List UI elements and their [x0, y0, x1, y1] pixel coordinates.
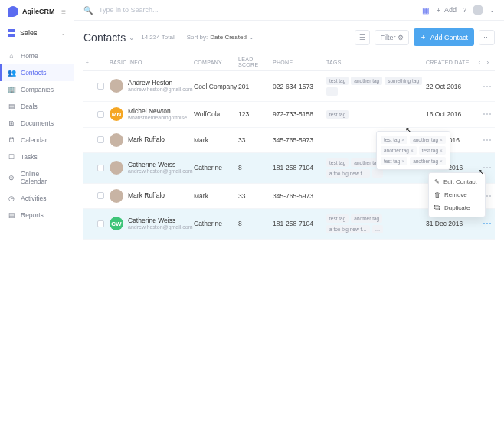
sidebar-item-documents[interactable]: 🗎Documents — [0, 115, 74, 132]
row-checkbox[interactable] — [97, 165, 104, 171]
nav-label: Tasks — [21, 153, 38, 161]
tag-chip-removable[interactable]: another tag × — [410, 157, 446, 165]
col-phone[interactable]: PHONE — [273, 60, 326, 65]
ctx-edit[interactable]: ✎Edit Contact — [429, 175, 485, 188]
row-actions-button[interactable]: ⋯ — [483, 81, 492, 92]
cell-date: 16 Oct 2016 — [426, 110, 476, 118]
col-company[interactable]: COMPANY — [194, 60, 238, 65]
sidebar-item-calendar[interactable]: 🗓Calendar — [0, 132, 74, 149]
cell-lead: 8 — [238, 164, 273, 171]
sidebar-item-home[interactable]: ⌂Home — [0, 47, 74, 64]
tag-chip-removable[interactable]: test tag × — [419, 146, 446, 155]
tag-chip[interactable]: test tag — [326, 214, 349, 223]
nav: ⌂Home👥Contacts🏢Companies▤Deals🗎Documents… — [0, 47, 74, 224]
avatar: CW — [110, 217, 123, 230]
contact-name[interactable]: Michel Newton — [128, 107, 194, 115]
cell-tags: test tag — [326, 110, 426, 119]
remove-tag-icon[interactable]: × — [440, 158, 443, 164]
tag-chip[interactable]: another tag — [351, 214, 382, 223]
remove-tag-icon[interactable]: × — [440, 148, 443, 153]
tag-chip-removable[interactable]: another tag × — [381, 146, 417, 155]
tag-chip[interactable]: another tag — [351, 77, 382, 85]
col-tags[interactable]: TAGS — [326, 60, 426, 65]
filter-button[interactable]: Filter ⚙ — [375, 30, 409, 45]
help-icon[interactable]: ? — [463, 6, 466, 14]
row-actions-button[interactable]: ⋯ — [483, 135, 492, 145]
sidebar-item-activities[interactable]: ◷Activities — [0, 190, 74, 207]
tag-chip[interactable]: test tag — [326, 158, 349, 167]
add-contact-button[interactable]: ＋ Add Contact — [414, 28, 474, 46]
row-actions-button[interactable]: ⋯ — [483, 162, 492, 173]
ctx-duplicate[interactable]: ⿻Duplicate — [429, 201, 485, 214]
tag-chip[interactable]: something tag — [385, 77, 422, 85]
col-basic[interactable]: BASIC INFO — [110, 60, 194, 65]
page-title[interactable]: Contacts ⌄ — [83, 31, 135, 44]
search-icon: 🔍 — [83, 6, 93, 15]
ctx-remove[interactable]: 🗑Remove — [429, 188, 485, 201]
row-checkbox[interactable] — [97, 220, 104, 227]
user-avatar[interactable] — [473, 5, 483, 15]
nav-label: Activities — [21, 194, 47, 202]
page-title-text: Contacts — [83, 31, 126, 44]
cell-phone: 972-733-5158 — [273, 110, 326, 118]
nav-label: Reports — [21, 211, 44, 219]
contact-email: whatisthemeaningofthisemailgolookupforit… — [128, 115, 194, 121]
tag-chip[interactable]: … — [326, 87, 338, 96]
row-checkbox[interactable] — [97, 111, 104, 118]
sidebar-item-contacts[interactable]: 👥Contacts — [0, 64, 74, 81]
apps-grid-icon — [8, 29, 15, 37]
contact-name[interactable]: Catherine Weiss — [128, 161, 193, 168]
cell-company: Mark — [194, 192, 238, 200]
view-list-button[interactable]: ☰ — [355, 30, 370, 45]
tag-chip[interactable]: a too big new t… — [326, 225, 370, 233]
row-actions-button[interactable]: ⋯ — [483, 218, 492, 229]
tag-chip[interactable]: test tag — [326, 77, 349, 85]
remove-tag-icon[interactable]: × — [401, 158, 404, 164]
contact-name[interactable]: Mark Ruffalo — [128, 136, 165, 143]
row-checkbox[interactable] — [97, 136, 104, 143]
main: 🔍 ▦ ＋ Add ? ⌄ Contacts ⌄ 14,234 Total So… — [74, 0, 504, 431]
tag-chip[interactable]: test tag — [326, 110, 349, 119]
contact-name[interactable]: Catherine Weiss — [128, 217, 193, 224]
remove-tag-icon[interactable]: × — [440, 137, 443, 142]
table-row[interactable]: Andrew Hestonandrew.heston@gmail.comCool… — [83, 71, 495, 102]
remove-tag-icon[interactable]: × — [401, 137, 404, 142]
tag-chip[interactable]: … — [372, 225, 384, 233]
tag-chip-removable[interactable]: test tag × — [381, 136, 407, 144]
remove-tag-icon[interactable]: × — [411, 148, 414, 153]
apps-grid-icon[interactable]: ▦ — [422, 6, 429, 15]
add-button[interactable]: ＋ Add — [435, 5, 457, 15]
more-options-button[interactable]: ⋯ — [479, 30, 495, 45]
contact-name[interactable]: Andrew Heston — [128, 79, 193, 87]
sidebar-collapse-icon[interactable]: ≡ — [61, 8, 66, 16]
sidebar-item-companies[interactable]: 🏢Companies — [0, 81, 74, 98]
tag-chip[interactable]: a too big new t… — [326, 169, 370, 178]
sidebar-item-reports[interactable]: ▤Reports — [0, 207, 74, 224]
sidebar-item-deals[interactable]: ▤Deals — [0, 98, 74, 115]
cell-basic: Catherine Weissandrew.heston@gmail.com — [110, 161, 194, 175]
chevron-down-icon[interactable]: ⌄ — [489, 7, 495, 14]
sidebar-item-tasks[interactable]: ☐Tasks — [0, 149, 74, 165]
row-actions-button[interactable]: ⋯ — [483, 109, 492, 119]
chevron-down-icon: ⌄ — [129, 34, 135, 41]
cell-phone: 181-258-7104 — [273, 164, 326, 171]
search-input[interactable] — [99, 6, 416, 14]
table-row[interactable]: MNMichel Newtonwhatisthemeaningofthisema… — [83, 102, 495, 128]
expand-col[interactable]: + — [83, 60, 91, 65]
tag-chip-removable[interactable]: another tag × — [410, 136, 446, 144]
col-created[interactable]: CREATED DATE — [426, 60, 476, 65]
cell-basic: Andrew Hestonandrew.heston@gmail.com — [110, 79, 194, 93]
col-lead[interactable]: LEAD SCORE — [238, 57, 273, 67]
tag-chip[interactable]: … — [372, 169, 384, 178]
total-count: 14,234 Total — [141, 34, 174, 41]
tag-chip-removable[interactable]: test tag × — [381, 157, 407, 165]
cell-date: 31 Dec 2016 — [426, 220, 476, 227]
sort-control[interactable]: Sort by: Date Created ⌄ — [187, 34, 254, 41]
contact-name[interactable]: Mark Ruffalo — [128, 191, 165, 199]
tags-popover: test tag ×another tag ×another tag ×test… — [376, 131, 450, 170]
row-checkbox[interactable] — [97, 83, 104, 90]
row-checkbox[interactable] — [97, 192, 104, 199]
sidebar-item-online-calendar[interactable]: ⊕Online Calendar — [0, 165, 74, 190]
workspace-selector[interactable]: Sales ⌄ — [0, 23, 74, 43]
nav-icon: ⊕ — [8, 174, 15, 181]
